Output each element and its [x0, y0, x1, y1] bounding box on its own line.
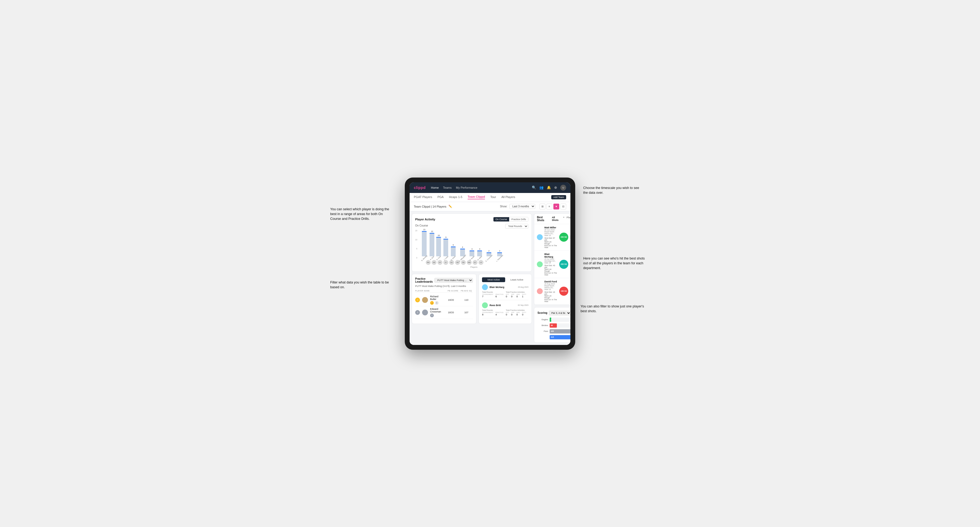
scoring-val-other: 315: [551, 336, 554, 338]
right-panel: Best Shots All Shots ▾ Players All Playe…: [534, 213, 570, 343]
shot-badge-ford: 198 SG: [559, 287, 568, 296]
activity-practice-section-1: Total Practice Activities GTT 0 APP: [506, 291, 528, 298]
nav-links: Home Teams My Performance: [431, 186, 477, 189]
practice-leaderboards-card: Practice Leaderboards PUTT Must Make Put…: [412, 274, 476, 324]
bar-chart: 13 B. McHarg 12 R. Britt: [419, 230, 528, 268]
annotation-player-select: You can select which player is doing the…: [330, 207, 391, 221]
avatar-9[interactable]: EC: [473, 260, 477, 265]
scoring-track-birdies: 96: [550, 323, 570, 328]
avatar-10[interactable]: LR: [479, 260, 483, 265]
scoring-track-pars: 499: [550, 329, 570, 333]
scoring-row-pars: Pars 499: [538, 329, 570, 333]
avatar-7[interactable]: RB: [461, 260, 466, 265]
tab-pgat-players[interactable]: PGAT Players: [414, 195, 432, 199]
top-nav: clippd Home Teams My Performance 🔍 👥 🔔 ⊕…: [410, 182, 570, 193]
shot-stats-mcharg: 43 yds 0 yds: [570, 260, 570, 268]
tab-players[interactable]: Players: [566, 216, 570, 221]
scoring-bars: Eagles 3 Birdies: [538, 317, 570, 339]
tab-tour[interactable]: Tour: [490, 195, 496, 199]
main-content: Player Activity On Course Practice Drill…: [410, 211, 570, 345]
player-butler-info: Richard Butler 🏆 1: [430, 295, 442, 305]
stat-dist-miller: 67 yds: [570, 233, 570, 241]
tab-all-shots[interactable]: All Shots: [552, 216, 561, 221]
add-team-button[interactable]: Add Team: [551, 195, 566, 199]
leaderboard-row-1: 1 Richard Butler 🏆 1 19/20: [415, 294, 473, 306]
leaderboard-title: Practice Leaderboards: [415, 277, 433, 283]
bar-mcharg: 13 B. McHarg: [420, 229, 428, 259]
scoring-row-other: 315: [538, 335, 570, 339]
tab-most-active[interactable]: Most Active: [482, 277, 505, 282]
practice-cols-1: GTT 0 APP 0: [506, 294, 528, 298]
toggle-on-course[interactable]: On Course: [493, 217, 509, 221]
toggle-practice[interactable]: Practice Drills: [509, 217, 528, 221]
tab-least-active[interactable]: Least Active: [505, 277, 528, 282]
chart-top-row: On Course Total Rounds: [415, 224, 528, 229]
best-shots-title: Best Shots: [537, 216, 550, 222]
circle-plus-icon[interactable]: ⊕: [554, 186, 557, 189]
avatar-3[interactable]: DF: [438, 260, 442, 265]
shot-location-miller: 09 Jun 2023 · Royal North Devon GC, Hole…: [544, 229, 558, 237]
rank-badge-2: 2: [415, 310, 420, 315]
shot-entry-ford[interactable]: David Ford 24 Aug 2023 · Royal North Dev…: [534, 278, 570, 305]
scoring-label-eagles: Eagles: [538, 318, 548, 321]
tournament-col-1: Tournament 7: [482, 294, 493, 298]
shot-badge-miller: 200 SG: [559, 233, 568, 242]
shot-player-name-miller: Matt Miller: [544, 226, 558, 229]
butler-avg: 110: [460, 298, 473, 301]
activity-rounds-section-2: Total Rounds Tournament 8 Practice: [482, 309, 504, 316]
card-view-btn[interactable]: ♥: [554, 204, 559, 210]
avatar-2[interactable]: RB: [432, 260, 436, 265]
edit-icon[interactable]: ✏️: [449, 205, 452, 208]
tab-hcaps[interactable]: Hcaps 1-5: [449, 195, 462, 199]
x-axis-label: Players: [419, 266, 528, 268]
player-name-crossman: Edward Crossman: [430, 308, 442, 313]
activity-practice-section-2: Total Practice Activities GTT 0 APP: [506, 309, 528, 316]
bar-ebert: 5 E. Ebert: [450, 244, 456, 259]
scoring-label-pars: Pars: [538, 330, 548, 332]
avatar-8[interactable]: MM: [467, 260, 472, 265]
player-activity-header: Player Activity On Course Practice Drill…: [415, 217, 528, 222]
tab-pga[interactable]: PGA: [438, 195, 444, 199]
grid-view-btn[interactable]: ⊞: [539, 204, 546, 210]
col-header-avg: PB AVG SQ: [460, 290, 473, 292]
search-icon[interactable]: 🔍: [532, 186, 536, 189]
activity-name-mcharg: Blair McHarg: [490, 286, 516, 289]
bar-britt: 12 R. Britt: [430, 230, 434, 259]
shots-dropdown-arrow[interactable]: ▾: [563, 216, 564, 221]
table-view-btn[interactable]: ⊟: [560, 204, 566, 210]
scoring-title: Scoring: [538, 311, 547, 314]
avatar[interactable]: U: [560, 185, 566, 190]
rank-num-butler: 1: [435, 301, 439, 305]
list-view-btn[interactable]: ≡: [546, 204, 552, 210]
best-shots-header: Best Shots All Shots ▾ Players All Playe…: [534, 214, 570, 224]
tab-all-players[interactable]: All Players: [501, 195, 515, 199]
scoring-filter-1[interactable]: Par 3, 4 & 5s: [549, 311, 570, 316]
shot-stats-ford: 16 yds 0 yds: [570, 287, 570, 295]
shot-avatar-ford: [537, 288, 543, 294]
time-filter-select[interactable]: Last 3 months: [509, 204, 535, 209]
activity-entry-2: Rees Britt 02 Sep 2023 Total Rounds Tour…: [482, 302, 528, 318]
shot-player-name-mcharg: Blair McHarg: [544, 253, 558, 258]
crossman-avg: 107: [460, 311, 473, 314]
shot-entry-miller[interactable]: Matt Miller 09 Jun 2023 · Royal North De…: [534, 224, 570, 251]
nav-home[interactable]: Home: [431, 186, 439, 189]
y-label-0: 0: [416, 257, 417, 259]
avatar-4[interactable]: JC: [444, 260, 448, 265]
shot-details-miller: Shot Dist: 67 yds Start Lie: Rough End L…: [544, 237, 558, 248]
chart-filter-select[interactable]: Total Rounds: [505, 224, 528, 229]
shot-details-mcharg: Shot Dist: 43 yds Start Lie: Rough End L…: [544, 265, 558, 276]
leaderboard-filter-select[interactable]: PUTT Must Make Putting ...: [434, 278, 473, 283]
activity-stats-2: Total Rounds Tournament 8 Practice: [482, 309, 528, 316]
bell-icon[interactable]: 🔔: [547, 186, 551, 189]
stat-dist-ford: 16 yds: [570, 287, 570, 295]
y-label-5: 5: [416, 248, 417, 250]
nav-teams[interactable]: Teams: [443, 186, 452, 189]
trophy-icon-butler: 🏆: [430, 301, 434, 305]
users-icon[interactable]: 👥: [539, 186, 544, 189]
nav-my-performance[interactable]: My Performance: [456, 186, 477, 189]
bar-miller: 3 M. Miller: [477, 248, 483, 259]
shot-entry-mcharg[interactable]: Blair McHarg 23 Jul 2023 · Ashridge GC, …: [534, 251, 570, 278]
avatar-1[interactable]: BM: [426, 260, 431, 265]
team-name-label: Team Clippd | 14 Players: [414, 205, 446, 208]
tab-team-clippd[interactable]: Team Clippd: [468, 195, 485, 199]
